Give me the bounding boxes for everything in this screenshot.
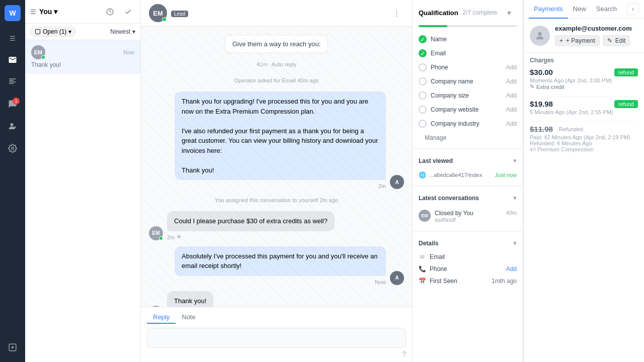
details-header[interactable]: Details ▾	[413, 235, 523, 251]
latest-conv-item[interactable]: EM Closed by You asdfasdf 40m	[413, 206, 523, 227]
qual-title: Qualification	[419, 9, 458, 17]
open-label: Open (1)	[43, 28, 66, 35]
sidebar-item-inbox[interactable]	[4, 51, 22, 69]
charge-meta-3-paid: Paid: 42 Minutes Ago (Apr 2nd, 2:19 PM)	[530, 134, 638, 140]
last-viewed-item: 🌐 ...a6edca6e417/index Just now	[413, 168, 523, 182]
reply-tab[interactable]: Reply	[147, 311, 176, 324]
edit-button[interactable]: ✎ Edit	[603, 35, 630, 46]
qual-add-company-website[interactable]: Add	[506, 106, 517, 113]
qual-item-company-website: Company website Add	[413, 103, 523, 117]
qual-add-phone[interactable]: Add	[506, 64, 517, 71]
pencil-icon: ✎	[530, 83, 534, 90]
tab-new[interactable]: New	[568, 0, 591, 19]
compose-icon	[8, 343, 17, 353]
open-filter[interactable]: Open (1) ▾	[30, 27, 76, 37]
qual-add-company-industry[interactable]: Add	[506, 120, 517, 127]
qual-check-phone	[419, 63, 427, 71]
you-dropdown[interactable]: You ▾	[39, 8, 57, 16]
conversation-list-panel: ☰ You ▾ Open (1) ▾ Newest ▾ EM	[25, 0, 141, 362]
payments-tabs: Payments New Search ›	[524, 0, 644, 19]
more-options-icon[interactable]: ⋮	[389, 6, 404, 21]
latest-conv-header[interactable]: Latest conversations ▾	[413, 190, 523, 206]
sidebar-item-menu[interactable]: ☰	[4, 29, 22, 47]
tag-icon: 🏷	[530, 146, 535, 152]
sidebar-item-compose[interactable]	[4, 339, 22, 357]
email-icon: ✉	[419, 253, 426, 260]
last-viewed-header[interactable]: Last viewed ▾	[413, 153, 523, 168]
customer-email: example@customer.com	[555, 25, 638, 32]
chat-input-area: Reply Note ?	[141, 307, 412, 362]
conv-item-preview: Thank you!	[31, 61, 134, 68]
customer-avatar-2: EM	[149, 306, 163, 307]
sidebar-nav: W ☰ 1	[0, 0, 25, 362]
chat-input-footer: ?	[147, 350, 406, 358]
charges-section: Charges $30.00 refund Moments Ago (Apr 2…	[524, 53, 644, 162]
qual-add-company-name[interactable]: Add	[506, 78, 517, 85]
premium-tag: 🏷 Premium Compression	[530, 146, 638, 152]
qual-check-company-industry	[419, 120, 427, 128]
qual-label-company-website: Company website	[431, 106, 478, 113]
newest-sort[interactable]: Newest ▾	[110, 28, 135, 35]
charge-amount-1: $30.00	[530, 68, 553, 76]
details-phone: 📞 Phone Add	[413, 263, 523, 275]
sidebar-item-settings[interactable]	[4, 140, 22, 158]
payment-button[interactable]: + + Payment	[555, 35, 600, 46]
qual-add-company-size[interactable]: Add	[506, 92, 517, 99]
app-logo[interactable]: W	[5, 5, 21, 21]
calendar-icon: 📅	[419, 278, 426, 285]
clock-icon[interactable]	[102, 4, 117, 19]
qual-check-company-size	[419, 92, 427, 100]
sidebar-item-add-contact[interactable]	[4, 118, 22, 136]
hamburger-icon[interactable]: ☰	[30, 8, 36, 16]
latest-conv-info: Closed by You asdfasdf	[435, 210, 502, 223]
agent-message-2-time: Now	[375, 279, 386, 285]
last-viewed-url: ...a6edca6e417/index	[429, 172, 492, 178]
payments-nav-next[interactable]: ›	[627, 3, 639, 15]
last-viewed-time: Just now	[495, 172, 517, 178]
qual-label-phone: Phone	[431, 64, 448, 71]
details-phone-label: Phone	[430, 265, 447, 273]
refund-btn-1[interactable]: refund	[614, 68, 638, 76]
qual-item-email: ✓ Email	[413, 46, 523, 60]
system-message-autoreply: 41m · Auto reply	[149, 59, 404, 69]
customer-message-1: EM Could I please purchase $30 of extra …	[149, 211, 404, 240]
help-icon[interactable]: ?	[402, 350, 406, 358]
add-contact-icon	[8, 122, 17, 132]
qual-label-company-size: Company size	[431, 92, 469, 99]
refund-btn-2[interactable]: refund	[614, 100, 638, 108]
seen-icon: 👁	[177, 234, 182, 240]
details-phone-add[interactable]: Add	[506, 265, 517, 273]
qual-progress-bar	[419, 25, 517, 27]
reach-you-container: Give them a way to reach you:	[149, 35, 404, 53]
charge-meta-2: 5 Minutes Ago (Apr 2nd, 2:55 PM)	[530, 109, 638, 115]
phone-icon: 📞	[419, 265, 426, 273]
qual-label-email: Email	[431, 50, 446, 57]
charge-item-1: $30.00 refund Moments Ago (Apr 2nd, 3:00…	[530, 68, 638, 90]
sidebar-item-conversations[interactable]: 1	[4, 96, 22, 114]
customer-avatar-1: EM	[149, 226, 163, 240]
sidebar-item-reports[interactable]	[4, 73, 22, 92]
qual-item-company-size: Company size Add	[413, 88, 523, 103]
qual-check-company-website	[419, 106, 427, 114]
qual-progress-label: 2/7 complete	[463, 9, 498, 16]
reports-icon	[8, 77, 17, 88]
charge-item-2: $19.98 refund 5 Minutes Ago (Apr 2nd, 2:…	[530, 100, 638, 115]
chat-input-box[interactable]	[147, 328, 406, 348]
chat-input-tabs: Reply Note	[147, 311, 406, 324]
newest-label: Newest	[110, 28, 130, 35]
manage-button[interactable]: Manage	[419, 132, 452, 143]
qual-collapse-icon[interactable]: ▾	[502, 5, 517, 20]
conversation-item[interactable]: EM Now Thank you!	[25, 40, 140, 74]
customer-avatar	[530, 26, 550, 46]
chat-messages: Give them a way to reach you: 41m · Auto…	[141, 27, 412, 307]
chat-header-avatar: EM	[149, 4, 167, 22]
newest-chevron: ▾	[132, 28, 135, 35]
customer-message-1-time: 2m 👁	[167, 234, 335, 240]
agent-avatar-2: A	[390, 271, 404, 285]
tab-payments[interactable]: Payments	[529, 0, 568, 19]
reach-you-message: Give them a way to reach you:	[225, 35, 329, 53]
note-tab[interactable]: Note	[176, 311, 201, 324]
qual-label-company-name: Company name	[431, 78, 473, 85]
check-icon[interactable]	[120, 4, 135, 19]
tab-search[interactable]: Search	[591, 0, 622, 19]
